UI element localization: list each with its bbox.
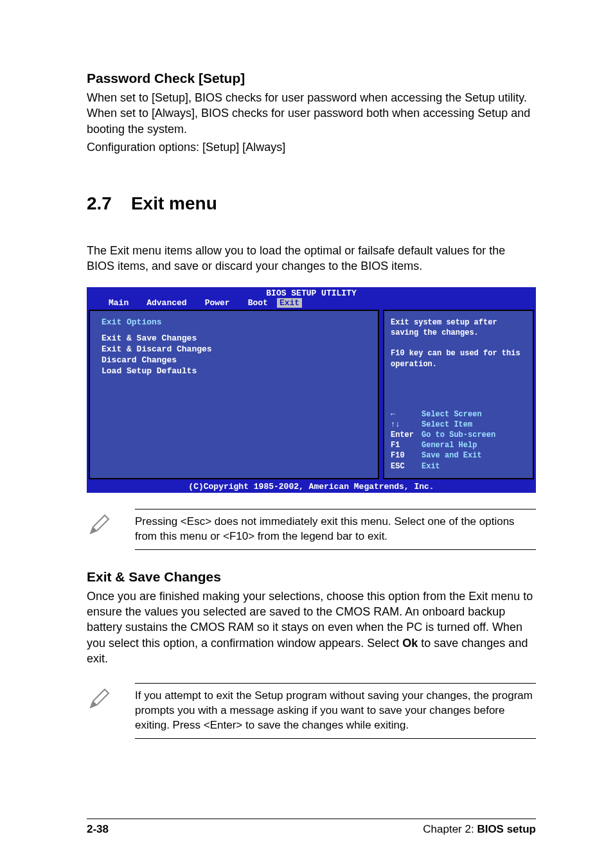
chapter-heading: 2.7 Exit menu — [87, 193, 536, 214]
bios-right-panel: Exit system setup after saving the chang… — [383, 310, 534, 479]
key-enter-label: Go to Sub-screen — [422, 430, 495, 440]
key-f1: F1 — [391, 440, 422, 450]
bios-opt-discard: Discard Changes — [102, 355, 366, 365]
bios-tab-exit: Exit — [277, 298, 302, 308]
section-exit-save-title: Exit & Save Changes — [87, 569, 536, 585]
bios-title: BIOS SETUP UTILITY — [87, 287, 536, 298]
bios-tabs: Main Advanced Power Boot Exit — [87, 298, 536, 308]
bios-opt-discard-exit: Exit & Discard Changes — [102, 344, 366, 354]
note-exit-unsaved-text: If you attempt to exit the Setup program… — [135, 683, 536, 739]
page-number: 2-38 — [87, 823, 109, 836]
section-password-check-body: When set to [Setup], BIOS checks for use… — [87, 90, 536, 137]
bios-key-legend: ←Select Screen ↑↓Select Item EnterGo to … — [391, 409, 526, 472]
bios-tab-main: Main — [100, 298, 138, 308]
chapter-title: Exit menu — [131, 193, 217, 214]
section-password-check-config: Configuration options: [Setup] [Always] — [87, 139, 536, 155]
bios-tab-advanced: Advanced — [138, 298, 195, 308]
key-f10: F10 — [391, 450, 422, 461]
bios-opt-save: Exit & Save Changes — [102, 333, 366, 343]
key-esc-label: Exit — [422, 461, 440, 472]
bios-exit-options-heading: Exit Options — [102, 317, 366, 327]
key-left-label: Select Screen — [422, 409, 482, 420]
key-updown: ↑↓ — [391, 420, 422, 430]
key-left: ← — [391, 409, 422, 420]
key-enter: Enter — [391, 430, 422, 440]
section-password-check-title: Password Check [Setup] — [87, 71, 536, 86]
key-updown-label: Select Item — [422, 420, 472, 430]
page-footer: 2-38 Chapter 2: BIOS setup — [87, 819, 536, 836]
bios-opt-defaults: Load Setup Defaults — [102, 366, 366, 376]
key-f1-label: General Help — [422, 440, 477, 450]
bios-help-text: Exit system setup after saving the chang… — [391, 317, 526, 369]
bios-tab-boot: Boot — [239, 298, 277, 308]
bios-copyright: (C)Copyright 1985-2002, American Megatre… — [87, 481, 536, 493]
exit-menu-intro: The Exit menu items allow you to load th… — [87, 243, 536, 274]
chapter-label: Chapter 2: BIOS setup — [423, 823, 536, 836]
pencil-icon — [87, 509, 116, 540]
key-esc: ESC — [391, 461, 422, 472]
note-exit-unsaved: If you attempt to exit the Setup program… — [87, 683, 536, 739]
section-exit-save-body: Once you are finished making your select… — [87, 589, 536, 666]
chapter-number: 2.7 — [87, 193, 112, 214]
chapter-prefix: Chapter 2: — [423, 823, 477, 835]
bios-tab-power: Power — [196, 298, 239, 308]
note-esc: Pressing <Esc> does not immediately exit… — [87, 509, 536, 550]
key-f10-label: Save and Exit — [422, 450, 482, 461]
bios-left-panel: Exit Options Exit & Save Changes Exit & … — [89, 310, 379, 479]
bios-screenshot: BIOS SETUP UTILITY Main Advanced Power B… — [87, 287, 536, 493]
chapter-name: BIOS setup — [477, 823, 536, 835]
note-esc-text: Pressing <Esc> does not immediately exit… — [135, 509, 536, 550]
pencil-icon — [87, 683, 116, 714]
ok-label: Ok — [402, 637, 418, 650]
